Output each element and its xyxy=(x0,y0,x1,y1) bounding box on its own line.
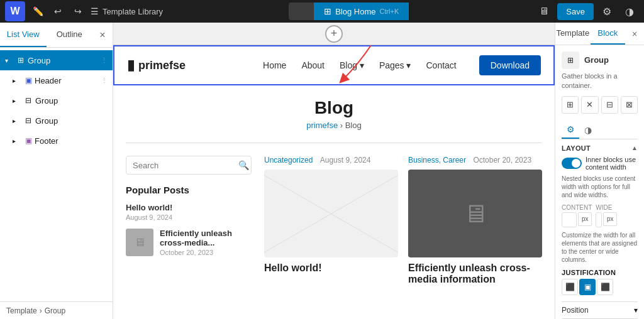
right-panel-close-button[interactable]: × xyxy=(625,23,644,45)
nav-contact[interactable]: Contact xyxy=(426,60,456,70)
redo-button[interactable]: ↪ xyxy=(69,3,87,20)
blog-home-tab[interactable]: ⊞ Blog Home Ctrl+K xyxy=(314,3,409,20)
style-icon-2[interactable]: ✕ xyxy=(581,96,598,114)
article-image-2: 🖥 xyxy=(408,170,542,257)
justification-buttons: ⬛ ▣ ⬛ xyxy=(562,279,638,295)
articles-list: Uncategorized August 9, 2024 Hello world… xyxy=(264,156,542,285)
list-item: Hello world! August 9, 2024 xyxy=(126,203,252,221)
inner-blocks-toggle-row: Inner blocks use content width xyxy=(562,156,638,171)
post-thumbnail: 🖥 xyxy=(126,229,153,256)
inner-blocks-toggle[interactable] xyxy=(562,158,582,169)
header-block: ⬡ ⠿ ▲ ▼ ⋮ ▮ xyxy=(113,45,555,85)
desktop-view-button[interactable]: 🖥 xyxy=(535,2,553,21)
more-options-icon[interactable]: ⋮ xyxy=(101,57,108,65)
add-block-button[interactable]: + xyxy=(325,25,343,43)
article-title[interactable]: Efficiently unleash cross-media informat… xyxy=(408,262,542,285)
document-icon: ☰ xyxy=(91,6,99,16)
post-title[interactable]: Hello world! xyxy=(126,203,252,212)
page-content: ⬡ ⠿ ▲ ▼ ⋮ ▮ xyxy=(113,45,555,319)
justify-right-button[interactable]: ⬛ xyxy=(597,279,613,295)
style-icon-4[interactable]: ⊠ xyxy=(621,96,638,114)
nav-blog[interactable]: Blog ▾ xyxy=(340,60,364,70)
wide-unit-button[interactable]: px xyxy=(603,212,617,226)
panel-close-button[interactable]: × xyxy=(92,23,113,47)
article-title[interactable]: Hello world! xyxy=(264,262,398,274)
expand-icon: ▸ xyxy=(13,117,23,124)
wordpress-icon[interactable]: W xyxy=(5,1,25,21)
breadcrumb-home-link[interactable]: primefse xyxy=(306,121,338,130)
nav-about[interactable]: About xyxy=(301,60,325,70)
post-date: August 9, 2024 xyxy=(126,214,252,221)
justify-center-button[interactable]: ▣ xyxy=(579,279,596,295)
article-category[interactable]: Uncategorized xyxy=(264,156,313,165)
breadcrumb-template: Template xyxy=(6,306,37,315)
undo-button[interactable]: ↩ xyxy=(49,3,67,20)
search-input[interactable] xyxy=(133,161,238,170)
settings-contrast-tab[interactable]: ◑ xyxy=(579,121,597,139)
article-category[interactable]: Business, Career xyxy=(408,156,466,165)
position-label: Position xyxy=(562,306,589,315)
content-width-input[interactable] xyxy=(562,212,577,227)
search-box[interactable]: 🔍 xyxy=(126,156,252,175)
logo-text: primefse xyxy=(138,59,186,72)
outline-tab[interactable]: Outline xyxy=(47,23,93,47)
header-block-icon: ▣ xyxy=(25,76,32,85)
toggle-description: Nested blocks use content width with opt… xyxy=(562,175,638,199)
list-item: 🖥 Efficiently unleash cross-media... Oct… xyxy=(126,229,252,256)
article-meta: Business, Career October 20, 2023 xyxy=(408,156,542,165)
edit-tool-button[interactable]: ✏️ xyxy=(29,3,47,20)
site-logo: ▮ primefse xyxy=(127,57,186,73)
style-icon-1[interactable]: ⊞ xyxy=(562,96,579,114)
template-tab[interactable]: Template xyxy=(555,23,591,45)
popular-posts-title: Popular Posts xyxy=(126,185,252,195)
blog-sidebar: 🔍 Popular Posts Hello world! August 9, 2… xyxy=(126,156,252,285)
justification-section: JUSTIFICATION ⬛ ▣ ⬛ xyxy=(562,269,638,295)
right-panel-body: ⊞ Group Gather blocks in a container. ⊞ … xyxy=(555,45,644,319)
settings-gear-tab[interactable]: ⚙ xyxy=(562,121,579,139)
top-bar: W ✏️ ↩ ↪ ☰ Template Library ⊞ Blog Home … xyxy=(0,0,644,23)
tree-item-footer[interactable]: ▸ ▣ Footer xyxy=(0,131,113,151)
justification-label: JUSTIFICATION xyxy=(562,269,638,276)
tree-item-group-root[interactable]: ▾ ⊞ Group ⋮ xyxy=(0,50,113,70)
footer-block-icon: ▣ xyxy=(25,136,32,145)
nav-download-button[interactable]: Download xyxy=(479,55,541,75)
wide-width-group: WIDE px xyxy=(596,204,617,227)
settings-button[interactable]: ⚙ xyxy=(597,2,616,21)
article-meta: Uncategorized August 9, 2024 xyxy=(264,156,398,165)
more-options-icon[interactable]: ⋮ xyxy=(101,77,108,85)
save-button[interactable]: Save xyxy=(557,3,594,20)
tree-item-label: Group xyxy=(35,116,58,126)
preview-tab[interactable] xyxy=(289,3,314,20)
block-name-label: Group xyxy=(584,55,609,65)
breadcrumb-current: Blog xyxy=(345,121,362,130)
canvas-body[interactable]: ⬡ ⠿ ▲ ▼ ⋮ ▮ xyxy=(113,45,555,319)
article-date: October 20, 2023 xyxy=(473,156,531,165)
block-type-icon: ⊞ xyxy=(562,51,579,69)
list-view-tab[interactable]: List View xyxy=(0,23,47,47)
post-info: Efficiently unleash cross-media... Octob… xyxy=(160,229,252,256)
wide-label: WIDE xyxy=(596,204,617,211)
justify-left-button[interactable]: ⬛ xyxy=(562,279,578,295)
layout-header: Layout ▲ xyxy=(562,144,638,152)
contrast-button[interactable]: ◑ xyxy=(620,2,639,21)
wide-width-input[interactable] xyxy=(596,212,602,227)
expand-icon: ▸ xyxy=(13,77,23,84)
style-icon-3[interactable]: ⊟ xyxy=(601,96,618,114)
tab-shortcut: Ctrl+K xyxy=(379,8,399,15)
position-section[interactable]: Position ▾ xyxy=(562,301,638,318)
panel-tabs: List View Outline × xyxy=(0,23,113,48)
content-unit-button[interactable]: px xyxy=(578,212,592,226)
nav-home[interactable]: Home xyxy=(263,60,286,70)
tree-item-group-2[interactable]: ▸ ⊟ Group xyxy=(0,111,113,131)
site-navigation: Home About Blog ▾ Pages ▾ Contact Downlo… xyxy=(263,55,541,75)
nav-pages[interactable]: Pages ▾ xyxy=(379,60,411,70)
layout-chevron-icon: ▲ xyxy=(631,144,638,151)
block-tab[interactable]: Block xyxy=(591,23,626,45)
tree-item-label: Group xyxy=(28,56,50,65)
block-tree: ▾ ⊞ Group ⋮ ▸ ▣ Header ⋮ ▸ ⊟ Group ▸ ⊟ G… xyxy=(0,48,113,301)
logo-icon: ▮ xyxy=(127,57,135,73)
tree-item-group-1[interactable]: ▸ ⊟ Group xyxy=(0,90,113,111)
tree-item-header[interactable]: ▸ ▣ Header ⋮ xyxy=(0,70,113,90)
layout-section: Layout ▲ Inner blocks use content width … xyxy=(562,144,638,295)
post-title[interactable]: Efficiently unleash cross-media... xyxy=(160,229,252,247)
